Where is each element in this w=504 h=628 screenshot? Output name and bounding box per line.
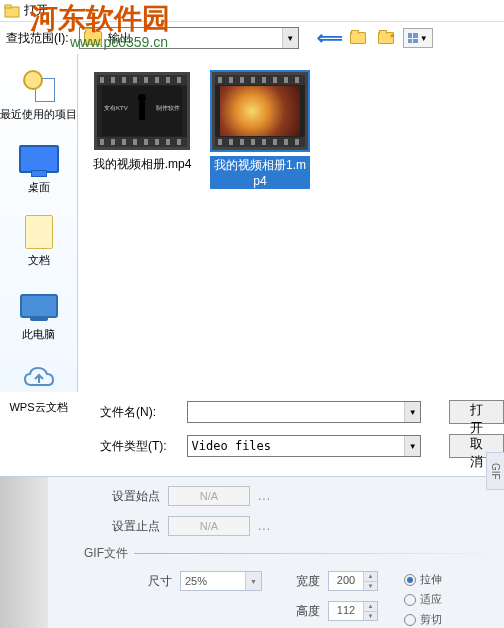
recent-icon	[23, 70, 55, 102]
sidebar-recent[interactable]: 最近使用的项目	[0, 68, 77, 121]
height-label: 高度	[288, 603, 320, 620]
documents-icon	[25, 215, 53, 249]
start-browse-button[interactable]: ...	[258, 489, 271, 503]
up-folder-button[interactable]	[347, 28, 369, 48]
thumb-text-left: 支有KTV	[104, 104, 128, 113]
filetype-dropdown[interactable]: Video files ▼	[187, 435, 422, 457]
sidebar-this-pc[interactable]: 此电脑	[19, 288, 59, 341]
chevron-down-icon[interactable]: ▼	[404, 436, 420, 456]
back-arrow-icon: ⟸	[317, 27, 343, 49]
sidebar-documents[interactable]: 文档	[19, 214, 59, 267]
radio-stretch[interactable]: 拉伸	[404, 572, 442, 587]
file-name-label: 我的视频相册.mp4	[93, 156, 192, 173]
new-folder-icon	[378, 32, 394, 44]
scale-mode-radios: 拉伸 适应 剪切	[404, 572, 442, 628]
file-item-selected[interactable]: 我的视频相册1.mp4	[210, 72, 310, 189]
sidebar-this-pc-label: 此电脑	[22, 328, 55, 341]
open-button[interactable]: 打开	[449, 400, 504, 424]
file-item[interactable]: 支有KTV 制作软件 我的视频相册.mp4	[92, 72, 192, 173]
sidebar-desktop-label: 桌面	[28, 181, 50, 194]
settings-panel: 设置始点 N/A ... 设置止点 N/A ... GIF文件 尺寸 25%▼ …	[0, 476, 504, 628]
video-thumbnail	[212, 72, 308, 150]
cloud-icon	[19, 361, 59, 397]
spin-up-icon[interactable]: ▲	[364, 572, 377, 582]
sidebar-documents-label: 文档	[28, 254, 50, 267]
titlebar: 打开	[0, 0, 504, 22]
view-menu-button[interactable]: ▼	[403, 28, 433, 48]
desktop-icon	[19, 145, 59, 173]
radio-fit[interactable]: 适应	[404, 592, 442, 607]
width-label: 宽度	[288, 573, 320, 590]
back-button[interactable]: ⟸	[319, 28, 341, 48]
new-folder-button[interactable]	[375, 28, 397, 48]
chevron-down-icon[interactable]: ▼	[245, 572, 261, 590]
filetype-value: Video files	[188, 439, 405, 453]
folder-dropdown[interactable]: 输出 ▼	[79, 27, 299, 49]
folder-up-icon	[350, 32, 366, 44]
chevron-down-icon: ▼	[420, 34, 428, 43]
height-spinner[interactable]: 112▲▼	[328, 601, 378, 621]
end-browse-button[interactable]: ...	[258, 519, 271, 533]
gif-side-tab[interactable]: GIF	[486, 452, 504, 490]
thumb-text-right: 制作软件	[156, 104, 180, 113]
spin-down-icon[interactable]: ▼	[364, 612, 377, 621]
width-spinner[interactable]: 200▲▼	[328, 571, 378, 591]
folder-name: 输出	[106, 30, 282, 47]
chevron-down-icon[interactable]: ▼	[404, 402, 420, 422]
sidebar-desktop[interactable]: 桌面	[19, 141, 59, 194]
file-list[interactable]: 支有KTV 制作软件 我的视频相册.mp4 我的视频相册1.mp4	[78, 54, 504, 392]
video-thumbnail: 支有KTV 制作软件	[94, 72, 190, 150]
spin-down-icon[interactable]: ▼	[364, 582, 377, 591]
radio-icon	[404, 594, 416, 606]
spin-up-icon[interactable]: ▲	[364, 602, 377, 612]
places-sidebar: 最近使用的项目 桌面 文档 此电脑 WPS云文档	[0, 54, 78, 392]
size-dropdown[interactable]: 25%▼	[180, 571, 262, 591]
grid-view-icon	[408, 33, 418, 43]
toolbar: 查找范围(I): 输出 ▼ ⟸ ▼	[0, 22, 504, 54]
filetype-label: 文件类型(T):	[100, 438, 177, 455]
dancer-silhouette-icon	[133, 94, 151, 128]
file-name-label: 我的视频相册1.mp4	[210, 156, 310, 189]
dropdown-arrow-icon[interactable]: ▼	[282, 28, 298, 48]
set-start-label: 设置始点	[104, 488, 160, 505]
start-point-field: N/A	[168, 486, 250, 506]
svg-rect-1	[5, 5, 11, 8]
radio-icon	[404, 614, 416, 626]
radio-icon	[404, 574, 416, 586]
window-title: 打开	[24, 2, 48, 19]
filename-label: 文件名(N):	[100, 404, 177, 421]
size-label: 尺寸	[116, 573, 172, 590]
sidebar-wps-label: WPS云文档	[9, 401, 67, 414]
gif-section-header: GIF文件	[84, 545, 504, 562]
lookup-range-label: 查找范围(I):	[6, 30, 69, 47]
set-end-label: 设置止点	[104, 518, 160, 535]
sidebar-recent-label: 最近使用的项目	[0, 108, 77, 121]
folder-icon	[84, 31, 102, 45]
file-form: 文件名(N): ▼ 打开 文件类型(T): Video files ▼ 取消	[0, 392, 504, 476]
sidebar-wps-cloud[interactable]: WPS云文档	[9, 361, 67, 414]
open-icon	[4, 3, 20, 19]
end-point-field: N/A	[168, 516, 250, 536]
pc-icon	[20, 294, 58, 318]
radio-crop[interactable]: 剪切	[404, 612, 442, 627]
filename-input[interactable]: ▼	[187, 401, 422, 423]
